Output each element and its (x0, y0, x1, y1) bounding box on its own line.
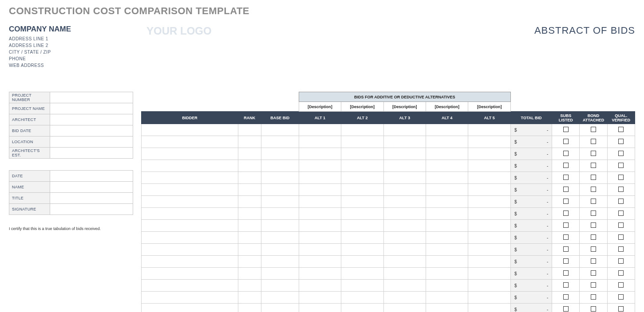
project-field-value[interactable] (50, 114, 133, 125)
alt-cell[interactable] (468, 280, 510, 292)
qual-verified-checkbox[interactable] (618, 139, 624, 144)
bidder-cell[interactable] (142, 304, 238, 312)
alt-cell[interactable] (468, 136, 510, 148)
subs-listed-checkbox[interactable] (563, 163, 569, 168)
alt-cell[interactable] (383, 136, 426, 148)
alt-cell[interactable] (341, 172, 383, 184)
bond-attached-checkbox[interactable] (591, 222, 596, 228)
base-bid-cell[interactable] (261, 148, 299, 160)
alt-cell[interactable] (426, 196, 468, 208)
alt-cell[interactable] (341, 160, 383, 172)
base-bid-cell[interactable] (261, 280, 299, 292)
bond-attached-checkbox[interactable] (591, 282, 596, 288)
rank-cell[interactable] (238, 268, 261, 280)
alt-cell[interactable] (341, 292, 383, 304)
alt-cell[interactable] (383, 172, 426, 184)
alt-cell[interactable] (468, 184, 510, 196)
bidder-cell[interactable] (142, 196, 238, 208)
alt-cell[interactable] (341, 268, 383, 280)
bond-attached-checkbox[interactable] (591, 234, 596, 240)
bidder-cell[interactable] (142, 172, 238, 184)
bond-attached-checkbox[interactable] (591, 151, 596, 156)
alt-cell[interactable] (299, 208, 341, 220)
base-bid-cell[interactable] (261, 124, 299, 136)
sign-field-value[interactable] (50, 193, 133, 204)
alt-cell[interactable] (299, 160, 341, 172)
base-bid-cell[interactable] (261, 244, 299, 256)
base-bid-cell[interactable] (261, 208, 299, 220)
alt-cell[interactable] (426, 220, 468, 232)
bond-attached-checkbox[interactable] (591, 175, 596, 180)
bidder-cell[interactable] (142, 268, 238, 280)
project-field-value[interactable] (50, 92, 133, 103)
bond-attached-checkbox[interactable] (591, 294, 596, 300)
alt-cell[interactable] (299, 184, 341, 196)
project-field-value[interactable] (50, 136, 133, 148)
alt-cell[interactable] (426, 268, 468, 280)
base-bid-cell[interactable] (261, 220, 299, 232)
bidder-cell[interactable] (142, 292, 238, 304)
alt-cell[interactable] (468, 208, 510, 220)
rank-cell[interactable] (238, 136, 261, 148)
alt-cell[interactable] (426, 136, 468, 148)
subs-listed-checkbox[interactable] (563, 246, 569, 252)
alt-cell[interactable] (299, 148, 341, 160)
rank-cell[interactable] (238, 148, 261, 160)
qual-verified-checkbox[interactable] (618, 246, 624, 252)
base-bid-cell[interactable] (261, 292, 299, 304)
alt-cell[interactable] (426, 232, 468, 244)
alt-cell[interactable] (426, 124, 468, 136)
alt-cell[interactable] (426, 148, 468, 160)
qual-verified-checkbox[interactable] (618, 294, 624, 300)
alt-cell[interactable] (426, 160, 468, 172)
alt-cell[interactable] (383, 292, 426, 304)
alt-cell[interactable] (341, 220, 383, 232)
bond-attached-checkbox[interactable] (591, 199, 596, 204)
alt-cell[interactable] (383, 196, 426, 208)
bidder-cell[interactable] (142, 232, 238, 244)
alt-cell[interactable] (299, 172, 341, 184)
base-bid-cell[interactable] (261, 184, 299, 196)
subs-listed-checkbox[interactable] (563, 187, 569, 192)
qual-verified-checkbox[interactable] (618, 270, 624, 276)
alt-cell[interactable] (341, 148, 383, 160)
rank-cell[interactable] (238, 232, 261, 244)
base-bid-cell[interactable] (261, 172, 299, 184)
bidder-cell[interactable] (142, 124, 238, 136)
alt-cell[interactable] (468, 196, 510, 208)
alt-cell[interactable] (341, 244, 383, 256)
project-field-value[interactable] (50, 148, 133, 159)
rank-cell[interactable] (238, 244, 261, 256)
alt-cell[interactable] (341, 184, 383, 196)
qual-verified-checkbox[interactable] (618, 211, 624, 216)
bidder-cell[interactable] (142, 256, 238, 268)
bond-attached-checkbox[interactable] (591, 187, 596, 192)
alt-cell[interactable] (383, 244, 426, 256)
bond-attached-checkbox[interactable] (591, 270, 596, 276)
alt-cell[interactable] (426, 292, 468, 304)
alt-cell[interactable] (299, 280, 341, 292)
rank-cell[interactable] (238, 220, 261, 232)
alt-cell[interactable] (426, 304, 468, 312)
alt-cell[interactable] (341, 304, 383, 312)
alt-cell[interactable] (468, 220, 510, 232)
alt-cell[interactable] (299, 124, 341, 136)
qual-verified-checkbox[interactable] (618, 258, 624, 264)
subs-listed-checkbox[interactable] (563, 199, 569, 204)
alt-cell[interactable] (341, 136, 383, 148)
qual-verified-checkbox[interactable] (618, 282, 624, 288)
alt-cell[interactable] (341, 208, 383, 220)
alt-cell[interactable] (468, 124, 510, 136)
alt-cell[interactable] (468, 244, 510, 256)
bond-attached-checkbox[interactable] (591, 127, 596, 132)
alt-cell[interactable] (426, 172, 468, 184)
bidder-cell[interactable] (142, 280, 238, 292)
rank-cell[interactable] (238, 292, 261, 304)
bidder-cell[interactable] (142, 160, 238, 172)
sign-field-value[interactable] (50, 204, 133, 215)
base-bid-cell[interactable] (261, 136, 299, 148)
sign-field-value[interactable] (50, 171, 133, 182)
qual-verified-checkbox[interactable] (618, 222, 624, 228)
bidder-cell[interactable] (142, 244, 238, 256)
alt-cell[interactable] (383, 256, 426, 268)
